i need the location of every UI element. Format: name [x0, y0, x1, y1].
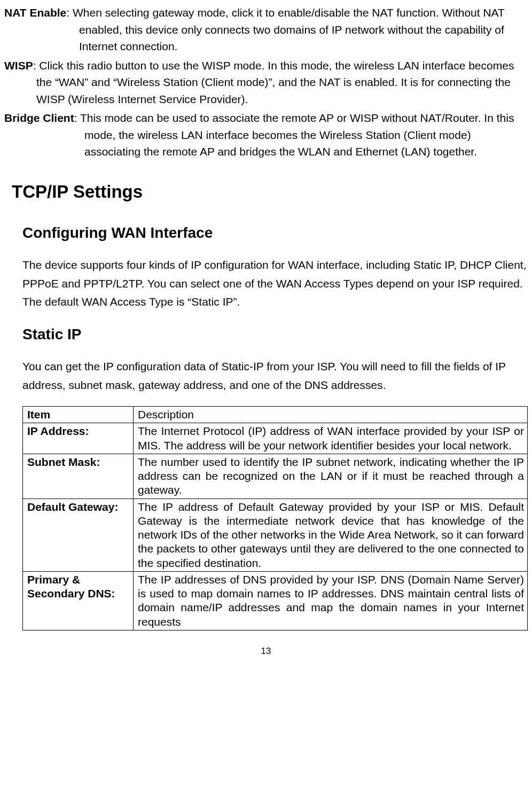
def-wisp: WISP: Click this radio button to use the… — [4, 57, 528, 108]
table-header-row: Item Description — [23, 407, 528, 423]
para-wan-intro: The device supports four kinds of IP con… — [22, 256, 528, 312]
page-number: 13 — [4, 644, 528, 658]
para-static-ip: You can get the IP configuration data of… — [22, 357, 528, 394]
th-description: Description — [134, 407, 528, 423]
doc-page: NAT Enable: When selecting gateway mode,… — [4, 4, 528, 658]
table-row: Primary & Secondary DNS: The IP addresse… — [23, 571, 528, 630]
td-desc: The IP addresses of DNS provided by your… — [134, 571, 528, 630]
th-item: Item — [23, 407, 134, 423]
table-row: Subnet Mask: The number used to identify… — [23, 454, 528, 499]
static-ip-table: Item Description IP Address: The Interne… — [22, 406, 528, 630]
def-nat-text: : When selecting gateway mode, click it … — [66, 6, 504, 52]
heading-static-ip: Static IP — [22, 323, 528, 346]
def-wisp-text: : Click this radio button to use the WIS… — [33, 59, 514, 105]
def-bridge-client: Bridge Client: This mode can be used to … — [4, 110, 528, 160]
def-nat-enable: NAT Enable: When selecting gateway mode,… — [4, 4, 528, 55]
td-desc: The number used to identify the IP subne… — [134, 454, 528, 499]
td-item: Default Gateway: — [23, 499, 134, 571]
def-wisp-label: WISP — [4, 59, 33, 72]
def-bridge-text: : This mode can be used to associate the… — [74, 112, 514, 158]
heading-tcpip-settings: TCP/IP Settings — [12, 178, 528, 205]
td-desc: The IP address of Default Gateway provid… — [134, 499, 528, 571]
def-bridge-label: Bridge Client — [4, 112, 74, 124]
table-row: IP Address: The Internet Protocol (IP) a… — [23, 423, 528, 454]
td-item: Subnet Mask: — [23, 454, 134, 499]
td-desc: The Internet Protocol (IP) address of WA… — [134, 423, 528, 454]
td-item: IP Address: — [23, 423, 134, 454]
heading-configuring-wan: Configuring WAN Interface — [22, 222, 528, 244]
def-nat-label: NAT Enable — [4, 6, 66, 19]
table-row: Default Gateway: The IP address of Defau… — [23, 499, 528, 571]
td-item: Primary & Secondary DNS: — [23, 571, 134, 630]
